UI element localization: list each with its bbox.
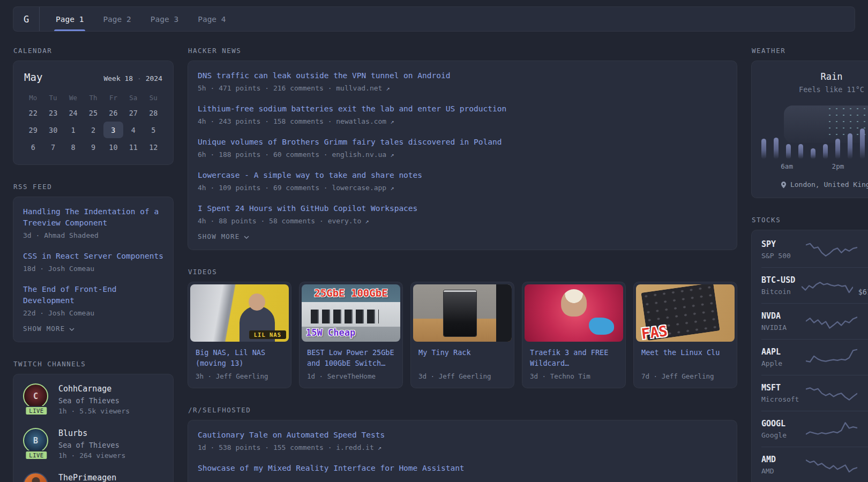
video-card[interactable]: LIL NASBig NAS, Lil NAS (moving 13)3h · … bbox=[188, 282, 291, 388]
twitch-channel-name[interactable]: CohhCarnage bbox=[58, 384, 163, 394]
twitch-channel-row[interactable]: BLIVEBlurbsSea of Thieves1h · 264 viewer… bbox=[23, 428, 163, 460]
post-title-link[interactable]: I Spent 24 Hours with GitHub Copilot Wor… bbox=[198, 203, 727, 214]
video-meta: 3d · Techno Tim bbox=[530, 372, 618, 380]
twitch-channel-row[interactable]: CLIVECohhCarnageSea of Thieves1h · 5.5k … bbox=[23, 383, 163, 415]
twitch-channel-row[interactable]: ThePrimeagen bbox=[23, 472, 163, 482]
stock-sparkline bbox=[806, 455, 857, 475]
calendar-day: 2 bbox=[83, 122, 103, 138]
weather-bar bbox=[835, 139, 840, 159]
stock-row[interactable]: AAPLApple+6.87%$184.91 bbox=[761, 339, 868, 375]
widget-label: WEATHER bbox=[752, 47, 868, 55]
video-card[interactable]: FASMeet the Linux Clu7d · Jeff Geerling bbox=[633, 282, 737, 388]
tab-page-2[interactable]: Page 2 bbox=[103, 7, 131, 31]
stock-change: +6.87% bbox=[863, 347, 868, 357]
calendar-day: 26 bbox=[103, 104, 123, 121]
widget-label: VIDEOS bbox=[188, 268, 737, 276]
post-title-link[interactable]: Lowercase - A simple way to take and sha… bbox=[198, 170, 727, 181]
calendar-day: 22 bbox=[23, 104, 43, 121]
reddit-card: Cautionary Tale on Automated Speed Tests… bbox=[188, 420, 737, 482]
tab-page-4[interactable]: Page 4 bbox=[198, 7, 226, 31]
calendar-day: 9 bbox=[83, 139, 103, 155]
post-item: I Spent 24 Hours with GitHub Copilot Wor… bbox=[198, 203, 727, 225]
stocks-widget: STOCKS SPYS&P 500+1.29%$511.57BTC-USDBit… bbox=[751, 216, 868, 482]
weather-bars bbox=[761, 110, 868, 159]
stock-symbol: NVDA bbox=[761, 311, 800, 321]
stock-row[interactable]: GOOGLGoogle+0.10%$166.78 bbox=[761, 411, 868, 447]
tab-page-3[interactable]: Page 3 bbox=[151, 7, 178, 31]
post-meta: 6h · 188 points · 60 comments · english.… bbox=[198, 150, 727, 159]
post-title-link[interactable]: The End of Front-End Development bbox=[23, 284, 163, 306]
stock-name: S&P 500 bbox=[761, 252, 800, 260]
post-meta: 4h · 88 points · 58 comments · every.to … bbox=[198, 217, 727, 225]
app-logo[interactable]: G bbox=[13, 7, 40, 31]
twitch-channel-name[interactable]: Blurbs bbox=[58, 428, 163, 438]
post-title-link[interactable]: Handling The Indentation of a Treeview C… bbox=[23, 206, 163, 229]
calendar-widget: CALENDAR May Week 18 · 2024 MoTuWeThFrSa… bbox=[13, 47, 174, 165]
weather-bar bbox=[774, 138, 779, 159]
thumbnail-overlay-text: FAS bbox=[640, 322, 668, 342]
widget-label: RSS FEED bbox=[13, 183, 174, 191]
show-more-button[interactable]: SHOW MORE bbox=[23, 325, 163, 333]
live-badge: LIVE bbox=[25, 450, 48, 460]
stock-sparkline bbox=[806, 311, 857, 332]
page-tabs: Page 1Page 2Page 3Page 4 bbox=[56, 7, 226, 31]
live-badge: LIVE bbox=[25, 406, 48, 416]
external-link-icon: ↗ bbox=[386, 151, 394, 159]
stock-row[interactable]: BTC-USDBitcoin+4.40%$61,725.48 bbox=[761, 267, 868, 303]
show-more-label: SHOW MORE bbox=[198, 232, 240, 240]
calendar-day-header: Fr bbox=[103, 91, 123, 104]
dot-separator: · bbox=[137, 74, 141, 82]
stock-row[interactable]: MSFTMicrosoft+2.16%$406.43 bbox=[761, 375, 868, 411]
stock-change: +1.29% bbox=[863, 239, 868, 249]
weather-axis-label: 6am bbox=[781, 162, 793, 170]
stock-price: $511.57 bbox=[863, 252, 868, 260]
video-thumbnail bbox=[525, 284, 623, 342]
stock-identity: GOOGLGoogle bbox=[761, 419, 800, 439]
stock-change: +3.52% bbox=[863, 311, 868, 321]
stock-row[interactable]: NVDANVIDIA+3.52%$888.40 bbox=[761, 303, 868, 339]
avatar: C bbox=[23, 383, 48, 409]
stock-price: $888.40 bbox=[863, 323, 868, 332]
calendar-day: 27 bbox=[123, 104, 143, 121]
calendar-day-headers: MoTuWeThFrSaSu bbox=[23, 91, 163, 104]
stock-sparkline bbox=[806, 419, 857, 439]
video-thumbnail: LIL NAS bbox=[190, 284, 289, 342]
stock-sparkline bbox=[806, 347, 857, 367]
stock-row[interactable]: SPYS&P 500+1.29%$511.57 bbox=[761, 232, 868, 267]
stock-symbol: AAPL bbox=[761, 347, 800, 357]
chevron-down-icon bbox=[69, 328, 74, 331]
show-more-button[interactable]: SHOW MORE bbox=[198, 232, 727, 240]
post-item: Showcase of my Mixed Reality Interface f… bbox=[198, 463, 727, 474]
post-title-link[interactable]: Unique volumes of Brothers Grimm fairy t… bbox=[198, 137, 727, 148]
post-title-link[interactable]: Cautionary Tale on Automated Speed Tests bbox=[198, 430, 727, 441]
stock-price: $150.45 bbox=[863, 467, 868, 476]
post-title-link[interactable]: DNS traffic can leak outside the VPN tun… bbox=[198, 70, 727, 81]
external-link-icon: ↗ bbox=[382, 85, 390, 92]
calendar-day: 7 bbox=[43, 139, 63, 155]
video-card[interactable]: 25GbE 100GbE15W CheapBEST Low Power 25Gb… bbox=[299, 282, 403, 388]
weather-bar bbox=[798, 144, 803, 159]
stock-name: AMD bbox=[761, 467, 800, 475]
stock-price: $61,725.48 bbox=[858, 288, 868, 296]
tab-page-1[interactable]: Page 1 bbox=[56, 7, 84, 31]
calendar-day: 23 bbox=[43, 104, 63, 121]
stock-symbol: GOOGL bbox=[761, 419, 800, 428]
stock-row[interactable]: AMDAMD+2.94%$150.45 bbox=[761, 447, 868, 482]
post-title-link[interactable]: Showcase of my Mixed Reality Interface f… bbox=[198, 463, 727, 474]
twitch-channel-name[interactable]: ThePrimeagen bbox=[58, 473, 163, 482]
stock-symbol: SPY bbox=[761, 239, 800, 249]
video-card[interactable]: My Tiny Rack3d · Jeff Geerling bbox=[410, 282, 514, 388]
video-title: Traefik 3 and FREE Wildcard… bbox=[530, 347, 618, 369]
stock-name: Bitcoin bbox=[761, 288, 796, 296]
calendar-day: 8 bbox=[63, 139, 83, 155]
video-card[interactable]: Traefik 3 and FREE Wildcard…3d · Techno … bbox=[522, 282, 626, 388]
calendar-day: 12 bbox=[144, 139, 163, 155]
twitch-game-title: Sea of Thieves bbox=[58, 396, 163, 405]
external-link-icon: ↗ bbox=[374, 444, 381, 451]
video-title: My Tiny Rack bbox=[418, 347, 506, 369]
calendar-day: 30 bbox=[43, 122, 63, 138]
post-title-link[interactable]: CSS in React Server Components bbox=[23, 251, 163, 262]
post-title-link[interactable]: Lithium-free sodium batteries exit the l… bbox=[198, 103, 727, 115]
widget-label: STOCKS bbox=[752, 216, 868, 224]
calendar-day-header: Su bbox=[144, 91, 163, 104]
